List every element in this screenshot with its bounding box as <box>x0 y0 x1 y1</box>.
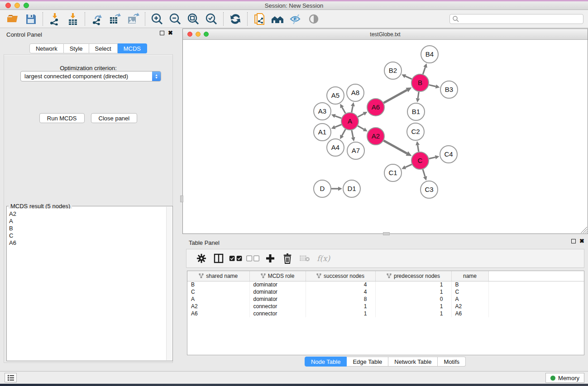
graph-edge-B-B1[interactable] <box>418 92 419 98</box>
delete-table-icon[interactable] <box>296 251 313 266</box>
column-header-name[interactable]: name <box>451 271 488 281</box>
close-table-panel-icon[interactable]: ✖ <box>579 239 584 243</box>
network-canvas[interactable]: AA1A2A3A4A5A6A7A8BB1B2B3B4CC1C2C3C4DD1 <box>183 40 588 234</box>
graph-edge-C-C3[interactable] <box>423 169 425 176</box>
graph-edge-A2-C[interactable] <box>384 141 407 153</box>
tab-network-table[interactable]: Network Table <box>388 357 438 367</box>
close-panel-button[interactable]: Close panel <box>91 113 138 123</box>
delete-column-icon[interactable] <box>279 251 296 266</box>
table-row[interactable]: A2connector11A2 <box>187 303 584 310</box>
memory-button[interactable]: Memory <box>545 373 584 383</box>
mcds-result-item[interactable]: A6 <box>9 239 166 247</box>
search-field[interactable] <box>449 14 583 24</box>
export-network-icon[interactable] <box>88 11 106 27</box>
close-panel-icon[interactable]: ✖ <box>168 31 173 35</box>
tab-mcds[interactable]: MCDS <box>118 43 147 53</box>
deselect-all-checkboxes-icon[interactable] <box>244 251 262 266</box>
table-cell[interactable]: 4 <box>306 288 375 295</box>
run-mcds-button[interactable]: Run MCDS <box>39 113 85 123</box>
mcds-result-item[interactable]: C <box>9 232 166 239</box>
graph-edge-B-B4[interactable] <box>423 67 425 74</box>
tab-node-table[interactable]: Node Table <box>305 357 347 367</box>
zoom-fit-icon[interactable] <box>184 11 202 27</box>
graph-edge-C-C2[interactable] <box>418 145 419 152</box>
table-cell[interactable]: connector <box>249 310 306 317</box>
tab-edge-table[interactable]: Edge Table <box>347 357 388 367</box>
settings-gear-icon[interactable] <box>193 251 210 266</box>
table-cell[interactable]: 4 <box>306 281 375 288</box>
table-cell[interactable]: 0 <box>375 295 451 303</box>
table-cell[interactable]: A <box>187 295 249 303</box>
mcds-result-item[interactable]: A2 <box>9 210 166 218</box>
graph-edge-B-B2[interactable] <box>405 76 411 79</box>
zoom-in-icon[interactable] <box>148 11 166 27</box>
hide-selected-icon[interactable] <box>287 11 305 27</box>
column-manager-icon[interactable] <box>210 251 227 266</box>
save-session-icon[interactable] <box>22 11 40 27</box>
table-row[interactable]: A6connector11A6 <box>187 310 584 317</box>
graph-edge-B-B3[interactable] <box>429 85 435 87</box>
zoom-out-icon[interactable] <box>166 11 184 27</box>
graph-edge-A-A4[interactable] <box>342 129 345 136</box>
resize-grip-icon[interactable] <box>581 227 587 233</box>
mcds-result-scrollbar[interactable] <box>166 207 172 360</box>
mcds-result-item[interactable]: B <box>9 225 166 232</box>
show-all-icon[interactable] <box>305 11 323 27</box>
table-row[interactable]: Adominator80A <box>187 295 584 303</box>
table-cell[interactable]: 1 <box>306 310 375 317</box>
table-cell[interactable]: B <box>451 281 488 288</box>
table-cell[interactable]: 8 <box>306 295 375 303</box>
tab-network[interactable]: Network <box>29 43 64 53</box>
horizontal-divider-handle[interactable] <box>383 232 390 235</box>
column-header-MCDS-role[interactable]: MCDS role <box>249 271 306 281</box>
graph-edge-C-C4[interactable] <box>429 157 435 159</box>
task-history-button[interactable] <box>5 373 17 382</box>
graph-edge-A-A2[interactable] <box>358 126 364 129</box>
search-input[interactable] <box>459 15 583 23</box>
graph-edge-A-A5[interactable] <box>342 107 346 113</box>
first-neighbors-icon[interactable] <box>268 11 287 27</box>
table-cell[interactable]: A6 <box>187 310 249 317</box>
mcds-result-item[interactable]: A <box>9 218 166 225</box>
network-window-titlebar[interactable]: testGlobe.txt <box>183 29 588 40</box>
import-table-icon[interactable] <box>64 11 82 27</box>
tab-motifs[interactable]: Motifs <box>438 357 466 367</box>
table-cell[interactable]: C <box>451 288 488 295</box>
float-panel-icon[interactable] <box>160 31 164 35</box>
apply-layout-icon[interactable] <box>226 11 244 27</box>
table-cell[interactable]: dominator <box>249 295 306 303</box>
table-cell[interactable]: dominator <box>249 281 306 288</box>
table-cell[interactable]: 1 <box>375 310 451 317</box>
table-cell[interactable]: 1 <box>306 303 375 310</box>
table-cell[interactable]: A6 <box>451 310 488 317</box>
column-header-successor-nodes[interactable]: successor nodes <box>306 271 375 281</box>
graph-edge-A-A1[interactable] <box>335 124 341 127</box>
graph-edge-A-A6[interactable] <box>358 114 364 117</box>
export-image-icon[interactable] <box>124 11 142 27</box>
graph-edge-C-C1[interactable] <box>405 164 411 167</box>
table-row[interactable]: Bdominator41B <box>187 281 584 288</box>
vertical-divider-handle[interactable] <box>180 195 183 202</box>
function-builder-icon[interactable]: f(x) <box>317 254 330 263</box>
column-header-shared-name[interactable]: shared name <box>187 271 249 281</box>
table-cell[interactable]: A2 <box>187 303 249 310</box>
column-header-predecessor-nodes[interactable]: predecessor nodes <box>375 271 451 281</box>
criterion-select[interactable]: largest connected component (directed) ▲… <box>20 71 161 81</box>
table-cell[interactable]: 1 <box>375 288 451 295</box>
table-cell[interactable]: A <box>451 295 488 303</box>
tab-style[interactable]: Style <box>64 43 89 53</box>
table-cell[interactable]: dominator <box>249 288 306 295</box>
zoom-selected-icon[interactable] <box>202 11 220 27</box>
float-table-panel-icon[interactable] <box>571 239 576 243</box>
table-row[interactable]: Cdominator41C <box>187 288 584 295</box>
graph-edge-A-A3[interactable] <box>335 116 341 118</box>
table-cell[interactable]: connector <box>249 303 306 310</box>
select-all-checkboxes-icon[interactable] <box>227 251 244 266</box>
table-cell[interactable]: C <box>187 288 249 295</box>
new-network-from-selection-icon[interactable] <box>250 11 268 27</box>
export-table-icon[interactable] <box>106 11 124 27</box>
graph-edge-A6-B[interactable] <box>384 90 407 103</box>
open-file-icon[interactable] <box>4 11 22 27</box>
graph-edge-A-A7[interactable] <box>352 130 353 138</box>
add-column-icon[interactable] <box>262 251 279 266</box>
